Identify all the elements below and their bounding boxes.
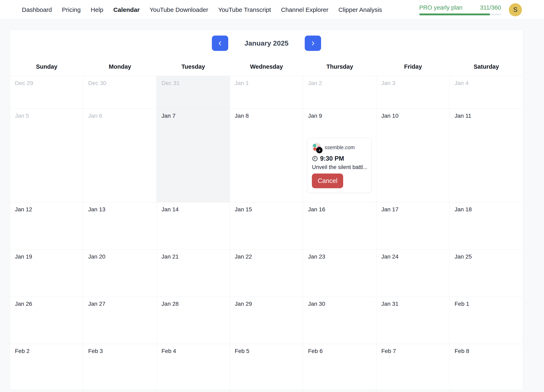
day-cell-feb-3[interactable]: Feb 3 xyxy=(83,344,156,390)
day-cell-jan-3[interactable]: Jan 3 xyxy=(376,76,449,109)
nav-item-youtube-transcript[interactable]: YouTube Transcript xyxy=(218,6,271,13)
calendar-grid: Dec 29Dec 30Dec 31Jan 1Jan 2Jan 3Jan 4Ja… xyxy=(10,76,523,390)
day-cell-jan-13[interactable]: Jan 13 xyxy=(83,202,156,250)
date-label: Jan 29 xyxy=(235,300,298,307)
event-site: ssemble.com xyxy=(325,145,355,150)
date-label: Jan 14 xyxy=(162,206,225,213)
next-month-button[interactable] xyxy=(305,35,321,51)
month-title: January 2025 xyxy=(241,39,292,47)
event-site-row: ♪ssemble.com xyxy=(312,143,367,152)
date-label: Dec 30 xyxy=(88,80,151,87)
calendar-card: January 2025 SundayMondayTuesdayWednesda… xyxy=(10,29,523,390)
day-cell-jan-8[interactable]: Jan 8 xyxy=(230,109,303,202)
day-cell-jan-30[interactable]: Jan 30 xyxy=(303,297,376,344)
day-cell-jan-29[interactable]: Jan 29 xyxy=(230,297,303,344)
date-label: Jan 4 xyxy=(455,80,518,87)
day-cell-dec-30[interactable]: Dec 30 xyxy=(83,76,156,109)
day-cell-jan-16[interactable]: Jan 16 xyxy=(303,202,376,250)
day-cell-jan-24[interactable]: Jan 24 xyxy=(376,250,449,297)
day-cell-jan-20[interactable]: Jan 20 xyxy=(83,250,156,297)
date-label: Jan 1 xyxy=(235,80,298,87)
date-label: Jan 23 xyxy=(308,253,371,260)
date-label: Jan 30 xyxy=(308,300,371,307)
chevron-left-icon xyxy=(217,40,223,47)
day-cell-jan-1[interactable]: Jan 1 xyxy=(230,76,303,109)
day-cell-jan-18[interactable]: Jan 18 xyxy=(450,202,523,250)
date-label: Jan 22 xyxy=(235,253,298,260)
date-label: Jan 15 xyxy=(235,206,298,213)
nav-item-help[interactable]: Help xyxy=(91,6,103,13)
date-label: Jan 10 xyxy=(381,112,444,119)
plan-name: PRO yearly plan xyxy=(419,4,462,11)
date-label: Jan 20 xyxy=(88,253,151,260)
weekday-label-thursday: Thursday xyxy=(303,62,376,71)
weekday-label-sunday: Sunday xyxy=(10,62,83,71)
day-cell-dec-31[interactable]: Dec 31 xyxy=(157,76,230,109)
event-time: 9:30 PM xyxy=(320,155,344,162)
day-cell-jan-25[interactable]: Jan 25 xyxy=(450,250,523,297)
day-cell-jan-4[interactable]: Jan 4 xyxy=(450,76,523,109)
nav-item-dashboard[interactable]: Dashboard xyxy=(22,6,52,13)
day-cell-jan-21[interactable]: Jan 21 xyxy=(157,250,230,297)
top-navigation-bar: DashboardPricingHelpCalendarYouTube Down… xyxy=(0,0,544,20)
date-label: Jan 6 xyxy=(88,112,151,119)
day-cell-jan-14[interactable]: Jan 14 xyxy=(157,202,230,250)
day-cell-jan-5[interactable]: Jan 5 xyxy=(10,109,83,202)
ssemble-favicon-icon: ♪ xyxy=(312,143,321,152)
day-cell-jan-22[interactable]: Jan 22 xyxy=(230,250,303,297)
previous-month-button[interactable] xyxy=(212,35,228,51)
event-time-row: 9:30 PM xyxy=(312,155,367,162)
day-cell-feb-6[interactable]: Feb 6 xyxy=(303,344,376,390)
day-cell-feb-8[interactable]: Feb 8 xyxy=(450,344,523,390)
date-label: Jan 21 xyxy=(162,253,225,260)
date-label: Jan 11 xyxy=(455,112,518,119)
date-label: Jan 9 xyxy=(308,112,371,119)
date-label: Feb 8 xyxy=(455,348,518,355)
avatar-initial: S xyxy=(513,6,518,13)
date-label: Jan 27 xyxy=(88,300,151,307)
nav-item-pricing[interactable]: Pricing xyxy=(62,6,81,13)
date-label: Jan 17 xyxy=(381,206,444,213)
nav-item-channel-explorer[interactable]: Channel Explorer xyxy=(281,6,328,13)
day-cell-jan-7[interactable]: Jan 7 xyxy=(157,109,230,202)
day-cell-feb-1[interactable]: Feb 1 xyxy=(450,297,523,344)
day-cell-feb-4[interactable]: Feb 4 xyxy=(157,344,230,390)
day-cell-feb-5[interactable]: Feb 5 xyxy=(230,344,303,390)
event-card[interactable]: ♪ssemble.com9:30 PMUnveil the silent bat… xyxy=(307,138,372,193)
day-cell-feb-7[interactable]: Feb 7 xyxy=(376,344,449,390)
date-label: Feb 3 xyxy=(88,348,151,355)
day-cell-jan-12[interactable]: Jan 12 xyxy=(10,202,83,250)
day-cell-jan-6[interactable]: Jan 6 xyxy=(83,109,156,202)
day-cell-dec-29[interactable]: Dec 29 xyxy=(10,76,83,109)
day-cell-jan-15[interactable]: Jan 15 xyxy=(230,202,303,250)
date-label: Feb 7 xyxy=(381,348,444,355)
day-cell-jan-9[interactable]: Jan 9♪ssemble.com9:30 PMUnveil the silen… xyxy=(303,109,376,202)
date-label: Dec 31 xyxy=(162,80,225,87)
day-cell-jan-28[interactable]: Jan 28 xyxy=(157,297,230,344)
weekday-header-row: SundayMondayTuesdayWednesdayThursdayFrid… xyxy=(10,62,523,71)
plan-usage-count: 311/360 xyxy=(480,4,501,11)
nav-item-youtube-downloader[interactable]: YouTube Downloader xyxy=(150,6,208,13)
day-cell-jan-23[interactable]: Jan 23 xyxy=(303,250,376,297)
date-label: Jan 2 xyxy=(308,80,371,87)
user-avatar[interactable]: S xyxy=(509,3,522,16)
date-label: Jan 31 xyxy=(381,300,444,307)
nav-item-clipper-analysis[interactable]: Clipper Analysis xyxy=(338,6,382,13)
cancel-event-button[interactable]: Cancel xyxy=(312,174,343,188)
date-label: Jan 28 xyxy=(162,300,225,307)
day-cell-feb-2[interactable]: Feb 2 xyxy=(10,344,83,390)
day-cell-jan-17[interactable]: Jan 17 xyxy=(376,202,449,250)
day-cell-jan-2[interactable]: Jan 2 xyxy=(303,76,376,109)
day-cell-jan-11[interactable]: Jan 11 xyxy=(450,109,523,202)
day-cell-jan-10[interactable]: Jan 10 xyxy=(376,109,449,202)
day-cell-jan-31[interactable]: Jan 31 xyxy=(376,297,449,344)
date-label: Jan 7 xyxy=(162,112,225,119)
day-cell-jan-27[interactable]: Jan 27 xyxy=(83,297,156,344)
event-title: Unveil the silent battl... xyxy=(312,164,367,170)
clock-icon xyxy=(312,156,318,162)
day-cell-jan-26[interactable]: Jan 26 xyxy=(10,297,83,344)
weekday-label-tuesday: Tuesday xyxy=(157,62,230,71)
nav-item-calendar[interactable]: Calendar xyxy=(113,6,139,13)
date-label: Jan 12 xyxy=(15,206,78,213)
day-cell-jan-19[interactable]: Jan 19 xyxy=(10,250,83,297)
